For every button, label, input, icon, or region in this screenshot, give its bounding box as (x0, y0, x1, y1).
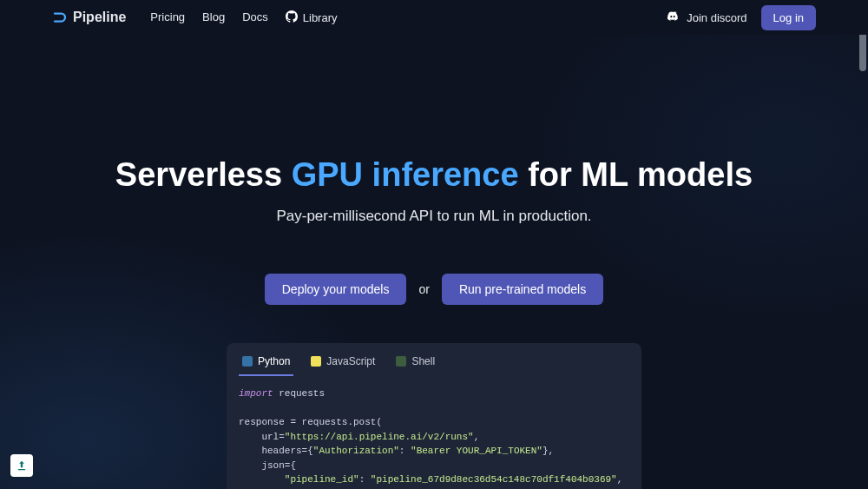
python-icon (242, 356, 253, 367)
hero-title-accent: GPU inference (292, 156, 519, 193)
or-text: or (418, 282, 429, 296)
brand-logo[interactable]: Pipeline (52, 10, 126, 25)
hero-subtitle: Pay-per-millisecond API to run ML in pro… (0, 208, 868, 225)
join-discord-button[interactable]: Join discord (666, 10, 746, 26)
tab-python[interactable]: Python (239, 350, 293, 376)
hero-ctas: Deploy your models or Run pre-trained mo… (0, 274, 868, 305)
nav-right: Join discord Log in (666, 5, 816, 30)
discord-icon (666, 10, 680, 26)
shell-icon (396, 356, 406, 367)
tab-shell-label: Shell (411, 355, 435, 367)
run-pretrained-button[interactable]: Run pre-trained models (442, 274, 603, 305)
code-tabs: Python JavaScript Shell (227, 343, 641, 376)
code-block: import requests response = requests.post… (227, 376, 641, 489)
brand-name: Pipeline (73, 10, 126, 25)
javascript-icon (311, 356, 321, 367)
tab-js-label: JavaScript (326, 355, 375, 367)
pipeline-logo-icon (52, 10, 68, 25)
navbar: Pipeline Pricing Blog Docs Library Join … (0, 0, 868, 35)
tab-shell[interactable]: Shell (392, 350, 438, 376)
nav-docs[interactable]: Docs (242, 10, 268, 25)
tab-python-label: Python (258, 355, 290, 367)
nav-blog[interactable]: Blog (202, 10, 225, 25)
code-panel: Python JavaScript Shell import requests … (227, 343, 641, 489)
tab-javascript[interactable]: JavaScript (307, 350, 378, 376)
nav-library[interactable]: Library (286, 10, 338, 25)
hero-title-part3: for ML models (519, 156, 753, 193)
discord-label: Join discord (687, 11, 746, 24)
deploy-button[interactable]: Deploy your models (265, 274, 407, 305)
hero: Serverless GPU inference for ML models P… (0, 156, 868, 489)
nav-library-label: Library (303, 11, 338, 24)
login-button[interactable]: Log in (761, 5, 816, 30)
github-icon (286, 10, 298, 25)
hero-title: Serverless GPU inference for ML models (0, 156, 868, 194)
nav-links: Pricing Blog Docs Library (150, 10, 337, 25)
hero-title-part1: Serverless (115, 156, 292, 193)
nav-pricing[interactable]: Pricing (150, 10, 185, 25)
